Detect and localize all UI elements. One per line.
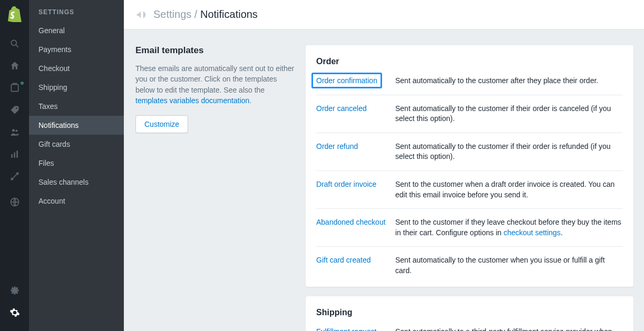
template-link[interactable]: Fulfillment request	[316, 327, 376, 331]
svg-point-5	[15, 129, 17, 132]
customize-button[interactable]: Customize	[135, 115, 188, 133]
customers-icon[interactable]	[9, 127, 20, 137]
template-desc: Sent to the customer when a draft order …	[395, 179, 623, 200]
template-row-draft-order-invoice: Draft order invoice Sent to the customer…	[316, 170, 623, 208]
sidebar-item-notifications[interactable]: Notifications	[29, 116, 124, 135]
template-row-abandoned-checkout: Abandoned checkout Sent to the customer …	[316, 208, 623, 246]
template-row-fulfillment-request: Fulfillment request Sent automatically t…	[316, 325, 623, 331]
svg-point-4	[12, 129, 15, 132]
sidebar-item-checkout[interactable]: Checkout	[29, 59, 124, 78]
svg-line-1	[16, 45, 18, 47]
breadcrumb-current: Notifications	[200, 8, 258, 20]
breadcrumb: Settings / Notifications	[153, 8, 258, 21]
template-desc: Sent automatically to the customer if th…	[395, 142, 623, 162]
discounts-icon[interactable]	[9, 171, 20, 182]
svg-rect-8	[16, 151, 18, 157]
global-nav	[0, 0, 29, 331]
svg-rect-6	[11, 154, 13, 158]
template-link[interactable]: Gift card created	[316, 256, 371, 264]
sidebar-item-taxes[interactable]: Taxes	[29, 97, 124, 116]
sidebar-item-files[interactable]: Files	[29, 154, 124, 173]
online-store-icon[interactable]	[9, 197, 20, 207]
settings-sidebar: SETTINGS General Payments Checkout Shipp…	[29, 0, 124, 331]
template-desc: Sent automatically to the customer when …	[395, 255, 623, 276]
section-title: Shipping	[316, 308, 623, 317]
section-title: Order	[316, 57, 623, 66]
order-section: Order Order confirmation Sent automatica…	[306, 45, 633, 287]
checkout-settings-link[interactable]: checkout settings	[503, 228, 560, 237]
template-row-order-confirmation: Order confirmation Sent automatically to…	[316, 74, 623, 95]
template-link[interactable]: Draft order invoice	[316, 180, 376, 188]
search-icon[interactable]	[9, 38, 20, 49]
template-link[interactable]: Order canceled	[316, 104, 367, 113]
intro-heading: Email templates	[135, 45, 295, 56]
home-icon[interactable]	[9, 61, 20, 71]
settings-icon[interactable]	[9, 307, 20, 318]
sidebar-item-account[interactable]: Account	[29, 192, 124, 210]
apps-icon[interactable]	[9, 285, 20, 296]
orders-icon[interactable]	[9, 83, 20, 93]
shipping-section: Shipping Fulfillment request Sent automa…	[306, 296, 633, 331]
shopify-logo[interactable]	[8, 6, 22, 22]
template-desc: Sent automatically to a third-party fulf…	[395, 327, 623, 331]
svg-rect-2	[11, 84, 18, 91]
sidebar-header: SETTINGS	[29, 0, 124, 21]
products-icon[interactable]	[9, 105, 20, 115]
template-desc: Sent automatically to the customer if th…	[395, 104, 623, 124]
analytics-icon[interactable]	[9, 149, 20, 159]
sidebar-item-sales-channels[interactable]: Sales channels	[29, 173, 124, 192]
main-area: Settings / Notifications Email templates…	[124, 0, 644, 331]
svg-point-3	[16, 107, 17, 109]
template-row-order-refund: Order refund Sent automatically to the c…	[316, 133, 623, 170]
template-row-order-canceled: Order canceled Sent automatically to the…	[316, 95, 623, 133]
content: Email templates These emails are automat…	[124, 29, 644, 331]
sidebar-item-general[interactable]: General	[29, 21, 124, 40]
intro-text: These emails are automatically sent out …	[135, 63, 295, 106]
template-desc: Sent to the customer if they leave check…	[395, 217, 623, 238]
breadcrumb-parent[interactable]: Settings	[153, 8, 191, 20]
svg-point-0	[11, 40, 16, 45]
template-link[interactable]: Order confirmation	[311, 73, 382, 88]
svg-rect-7	[14, 153, 15, 158]
template-desc: Sent automatically to the customer after…	[395, 76, 598, 86]
template-link[interactable]: Order refund	[316, 142, 358, 151]
sidebar-item-payments[interactable]: Payments	[29, 40, 124, 59]
template-row-gift-card-created: Gift card created Sent automatically to …	[316, 246, 623, 284]
intro-column: Email templates These emails are automat…	[134, 45, 295, 331]
template-link[interactable]: Abandoned checkout	[316, 218, 386, 226]
announcement-icon[interactable]	[135, 9, 147, 21]
topbar: Settings / Notifications	[124, 0, 644, 29]
sidebar-item-gift-cards[interactable]: Gift cards	[29, 135, 124, 154]
templates-variables-link[interactable]: templates variables documentation	[135, 96, 249, 105]
sidebar-item-shipping[interactable]: Shipping	[29, 78, 124, 97]
templates-column: Order Order confirmation Sent automatica…	[306, 45, 633, 331]
